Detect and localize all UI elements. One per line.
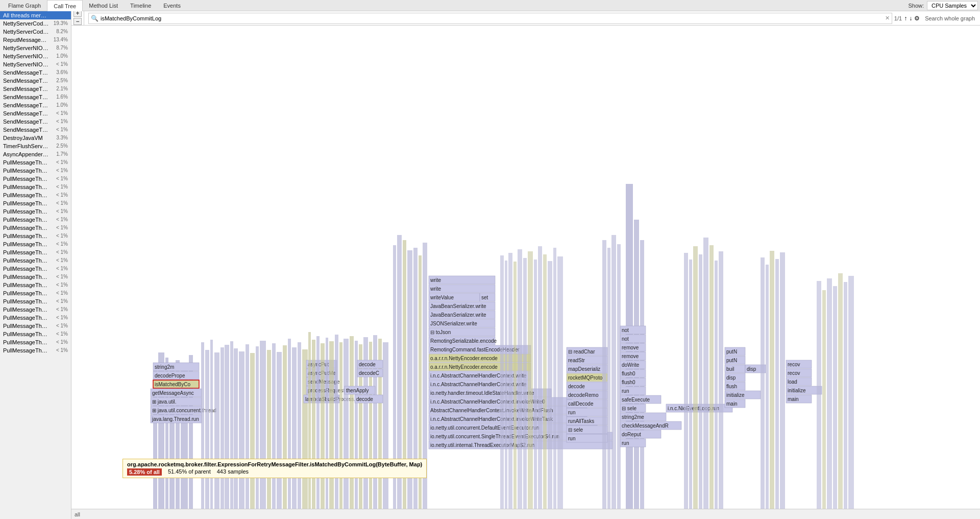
sidebar-item[interactable]: SendMessageThreac1.6% — [0, 93, 71, 101]
sidebar-item[interactable]: PullMessageThread< 1% — [0, 305, 71, 314]
svg-text:not: not — [622, 327, 629, 333]
sidebar-item[interactable]: PullMessageThread< 1% — [0, 207, 71, 216]
bottom-bar-text: all — [75, 511, 80, 517]
flame-graph-svg: string2m decodePrope isMatchedByCo getMe… — [71, 26, 980, 519]
sidebar-item[interactable]: PullMessageThread< 1% — [0, 330, 71, 338]
sidebar-item[interactable]: PullMessageThread< 1% — [0, 191, 71, 199]
zoom-in-button[interactable]: + — [74, 11, 82, 17]
sidebar-item[interactable]: PullMessageThread< 1% — [0, 240, 71, 248]
thread-pct: < 1% — [56, 233, 68, 239]
sidebar-item[interactable]: SendMessageThreac2.5% — [0, 77, 71, 85]
thread-name: PullMessageThread — [3, 323, 49, 329]
thread-pct: 1.0% — [56, 102, 68, 108]
tab-flame-graph[interactable]: Flame Graph — [2, 0, 47, 11]
svg-rect-243 — [775, 259, 779, 516]
sidebar-item[interactable]: SendMessageThread3.6% — [0, 68, 71, 77]
sidebar-item[interactable]: SendMessageThreac2.1% — [0, 85, 71, 93]
sidebar-item[interactable]: PullMessageThread< 1% — [0, 273, 71, 281]
sidebar-item[interactable]: SendMessageThreac< 1% — [0, 117, 71, 126]
sidebar-item[interactable]: PullMessageThread< 1% — [0, 297, 71, 305]
zoom-out-button[interactable]: − — [74, 18, 82, 25]
svg-rect-237 — [838, 273, 843, 516]
svg-rect-198 — [500, 255, 504, 516]
show-select[interactable]: CPU Samples — [927, 1, 978, 10]
sidebar-item[interactable]: PullMessageThread< 1% — [0, 167, 71, 175]
svg-text:run: run — [622, 440, 629, 446]
svg-text:RemotingSerializable.encode: RemotingSerializable.encode — [430, 338, 497, 344]
sidebar-item[interactable]: PullMessageThread< 1% — [0, 314, 71, 322]
svg-text:decode: decode — [359, 362, 376, 367]
search-prev-button[interactable]: ↑ — [904, 15, 907, 22]
sidebar-item[interactable]: NettyServerNIOSele8.7% — [0, 44, 71, 52]
sidebar-item[interactable]: PullMessageThread< 1% — [0, 281, 71, 289]
tab-events[interactable]: Events — [157, 0, 187, 11]
svg-text:runAllTasks: runAllTasks — [568, 418, 594, 424]
sidebar-item[interactable]: NettyServerCodecTh19.3% — [0, 19, 71, 28]
sidebar-item[interactable]: PullMessageThread< 1% — [0, 199, 71, 207]
sidebar-item[interactable]: PullMessageThread< 1% — [0, 338, 71, 346]
svg-rect-215 — [684, 253, 688, 516]
sidebar-item[interactable]: PullMessageThread< 1% — [0, 346, 71, 355]
svg-rect-123 — [393, 245, 396, 516]
sidebar-item[interactable]: NettyServerCodecTh8.2% — [0, 28, 71, 36]
svg-rect-221 — [715, 261, 718, 516]
sidebar-item[interactable]: NettyServerNIOSele1.0% — [0, 52, 71, 60]
thread-name: PullMessageThread — [3, 306, 49, 313]
sidebar-item[interactable]: PullMessageThread< 1% — [0, 256, 71, 265]
svg-rect-200 — [508, 253, 512, 516]
svg-text:isMatchedByCo: isMatchedByCo — [155, 382, 190, 387]
thread-name: PullMessageThread — [3, 298, 49, 304]
tab-method-list[interactable]: Method List — [83, 0, 124, 11]
svg-text:o.a.r.r.n.NettyEncoder.encode: o.a.r.r.n.NettyEncoder.encode — [430, 356, 498, 361]
thread-name: SendMessageThreac — [3, 86, 49, 92]
sidebar-item[interactable]: PullMessageThread< 1% — [0, 158, 71, 167]
svg-text:string2m: string2m — [155, 364, 174, 370]
sidebar-item[interactable]: PullMessageThread< 1% — [0, 322, 71, 330]
search-whole-graph-button[interactable]: Search whole graph — [922, 14, 978, 22]
svg-rect-206 — [538, 246, 542, 516]
thread-pct: < 1% — [56, 127, 68, 133]
search-next-button[interactable]: ↓ — [909, 15, 912, 22]
sidebar-item[interactable]: PullMessageThread< 1% — [0, 265, 71, 273]
search-input[interactable] — [101, 15, 883, 21]
thread-name: NettyServerNIOSele — [3, 45, 49, 51]
svg-text:getMessageAsync: getMessageAsync — [152, 390, 194, 396]
sidebar-item[interactable]: SendMessageThreac< 1% — [0, 109, 71, 117]
sidebar-item[interactable]: SendMessageThreac1.0% — [0, 101, 71, 109]
sidebar-item[interactable]: PullMessageThread< 1% — [0, 183, 71, 191]
svg-rect-30 — [239, 351, 244, 516]
sidebar-item[interactable]: PullMessageThread< 1% — [0, 224, 71, 232]
search-settings-button[interactable]: ⚙ — [914, 15, 920, 22]
thread-name: PullMessageThread — [3, 347, 49, 353]
sidebar-item[interactable]: PullMessageThread< 1% — [0, 248, 71, 256]
sidebar-item[interactable]: SendMessageThreac< 1% — [0, 126, 71, 134]
sidebar-item[interactable]: ReputMessageServic13.4% — [0, 36, 71, 44]
thread-pct: < 1% — [56, 323, 68, 329]
sidebar-item[interactable]: AsyncAppender-Wo1.7% — [0, 150, 71, 158]
search-icon: 🔍 — [91, 15, 99, 22]
svg-rect-201 — [513, 262, 517, 516]
sidebar-item[interactable]: PullMessageThread< 1% — [0, 289, 71, 297]
sidebar-item[interactable]: DestroyJavaVM3.3% — [0, 134, 71, 142]
svg-text:⊟ sele: ⊟ sele — [622, 406, 637, 411]
svg-rect-127 — [413, 248, 418, 516]
svg-text:mapDeserializ: mapDeserializ — [568, 366, 600, 372]
thread-pct: 2.5% — [56, 78, 68, 84]
svg-rect-40 — [292, 347, 297, 516]
sidebar-all-threads[interactable]: All threads merged — [0, 11, 71, 19]
thread-name: PullMessageThread — [3, 331, 49, 337]
sidebar-item[interactable]: PullMessageThread< 1% — [0, 175, 71, 183]
sidebar: All threads merged NettyServerCodecTh19.… — [0, 11, 71, 519]
sidebar-item[interactable]: PullMessageThread< 1% — [0, 232, 71, 240]
tab-timeline[interactable]: Timeline — [124, 0, 157, 11]
thread-pct: 8.7% — [56, 45, 68, 51]
svg-text:JSONSerializer.write: JSONSerializer.write — [430, 321, 477, 326]
sidebar-item[interactable]: PullMessageThread< 1% — [0, 216, 71, 224]
svg-rect-219 — [703, 238, 708, 516]
sidebar-item[interactable]: TimerFlushService2.5% — [0, 142, 71, 150]
svg-text:doWrite: doWrite — [622, 362, 640, 368]
clear-search-icon[interactable]: ✕ — [885, 15, 890, 21]
tab-call-tree[interactable]: Call Tree — [47, 0, 83, 11]
sidebar-item[interactable]: NettyServerNIOSele< 1% — [0, 60, 71, 68]
svg-text:⊟ readChar: ⊟ readChar — [568, 349, 595, 355]
